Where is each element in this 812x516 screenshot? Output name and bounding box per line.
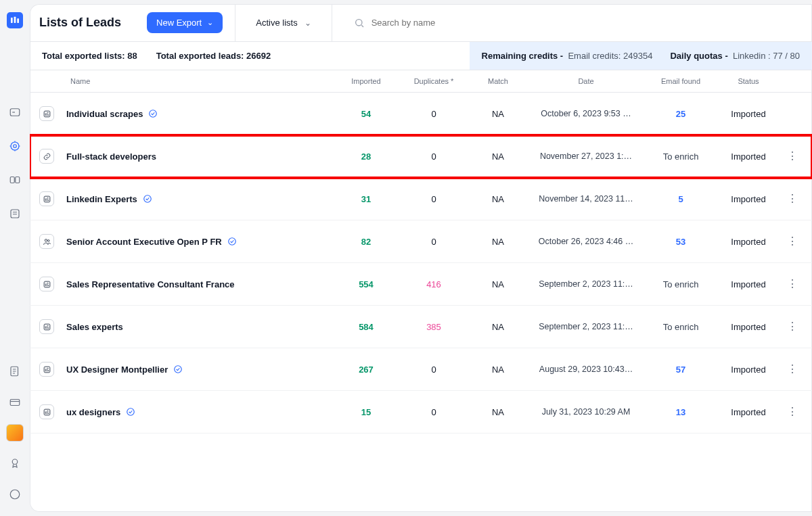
row-duplicates: 416 [397, 279, 471, 289]
svg-point-12 [10, 490, 20, 499]
row-menu-button[interactable]: ⋮ [782, 364, 803, 375]
row-name: Sales Representative Consultant France [66, 279, 336, 289]
row-date: October 26, 2023 4:46 … [525, 237, 647, 246]
source-icon [39, 234, 54, 249]
row-match: NA [471, 151, 525, 162]
nav-target-icon[interactable] [5, 137, 24, 156]
svg-rect-10 [10, 400, 20, 406]
source-icon [39, 404, 54, 419]
source-icon [39, 149, 54, 164]
row-name: Individual scrapes [66, 109, 336, 119]
svg-point-26 [127, 408, 135, 416]
row-imported: 267 [336, 365, 397, 375]
row-email-found: 25 [647, 109, 715, 119]
row-status: Imported [715, 151, 782, 162]
nav-quotas-icon[interactable] [5, 170, 24, 189]
row-menu-button[interactable]: ⋮ [782, 321, 803, 332]
svg-point-15 [150, 110, 157, 118]
user-avatar[interactable] [6, 424, 24, 442]
row-imported: 554 [336, 279, 397, 289]
row-imported: 82 [336, 237, 397, 247]
svg-point-11 [12, 459, 18, 465]
col-name: Name [66, 77, 336, 85]
verified-icon [143, 194, 152, 204]
active-lists-filter[interactable]: Active lists ⌄ [248, 18, 319, 28]
daily-quotas-stat: Daily quotas - Linkedin : 77 / 80 [670, 51, 800, 61]
col-duplicates: Duplicates * [397, 77, 471, 85]
row-imported: 15 [336, 407, 397, 417]
nav-award-icon[interactable] [5, 454, 24, 473]
search-input[interactable] [371, 18, 547, 28]
row-email-found: 53 [647, 237, 715, 247]
row-date: July 31, 2023 10:29 AM [525, 407, 647, 417]
row-name: Linkedin Experts [66, 194, 336, 204]
remaining-credits-stat: Remaining credits - Email credits: 24935… [482, 51, 653, 61]
topbar: Lists of Leads New Export ⌄ Active lists… [30, 4, 812, 42]
row-status: Imported [715, 194, 782, 204]
divider [235, 4, 235, 42]
row-imported: 28 [336, 151, 397, 162]
table-row[interactable]: Linkedin Experts310NANovember 14, 2023 1… [30, 178, 812, 220]
table-row[interactable]: UX Designer Montpellier2670NAAugust 29, … [30, 348, 812, 391]
svg-point-13 [355, 19, 361, 25]
nav-reports-icon[interactable] [5, 362, 24, 381]
row-match: NA [471, 407, 525, 417]
verified-icon [126, 407, 135, 417]
svg-point-24 [175, 366, 182, 373]
row-name: Senior Account Executive Open P FR [66, 237, 336, 247]
row-date: August 29, 2023 10:43… [525, 365, 647, 374]
theme-toggle-icon[interactable] [5, 485, 24, 504]
row-email-found: To enrich [647, 279, 715, 289]
row-date: September 2, 2023 11:… [525, 279, 647, 289]
row-duplicates: 0 [397, 194, 471, 204]
row-status: Imported [715, 237, 782, 247]
divider [332, 4, 332, 42]
table-body: Individual scrapes540NAOctober 6, 2023 9… [30, 93, 812, 433]
row-date: October 6, 2023 9:53 … [525, 109, 647, 118]
page-title: Lists of Leads [39, 16, 121, 30]
table-row[interactable]: Sales Representative Consultant France55… [30, 263, 812, 306]
svg-point-4 [11, 142, 19, 150]
row-menu-button[interactable]: ⋮ [782, 279, 803, 289]
row-email-found: 57 [647, 365, 715, 375]
table-row[interactable]: Senior Account Executive Open P FR820NAO… [30, 220, 812, 263]
active-lists-label: Active lists [256, 18, 297, 28]
row-menu-button[interactable]: ⋮ [782, 236, 803, 247]
search-icon [354, 18, 365, 28]
total-leads-stat: Total exported leads: 26692 [156, 51, 271, 61]
chevron-down-icon: ⌄ [304, 18, 311, 28]
row-name: Sales experts [66, 322, 336, 332]
row-match: NA [471, 109, 525, 119]
row-menu-button[interactable]: ⋮ [782, 406, 803, 417]
table-row[interactable]: Sales experts584385NASeptember 2, 2023 1… [30, 306, 812, 348]
row-email-found: 13 [647, 407, 715, 417]
chevron-down-icon: ⌄ [207, 18, 213, 27]
row-name: UX Designer Montpellier [66, 365, 336, 375]
row-imported: 31 [336, 194, 397, 204]
row-email-found: 5 [647, 194, 715, 204]
source-icon [39, 319, 54, 334]
row-menu-button[interactable]: ⋮ [782, 151, 803, 162]
table-row[interactable]: ux designers150NAJuly 31, 2023 10:29 AM1… [30, 391, 812, 433]
search-wrap [344, 18, 803, 28]
nav-inbox-icon[interactable] [5, 103, 24, 122]
table-row[interactable]: Full-stack developers280NANovember 27, 2… [30, 135, 812, 178]
col-imported: Imported [336, 77, 397, 85]
verified-icon [227, 237, 237, 246]
new-export-button[interactable]: New Export ⌄ [147, 12, 223, 33]
nav-lists-icon[interactable] [5, 204, 24, 223]
main-panel: Lists of Leads New Export ⌄ Active lists… [30, 4, 812, 512]
table-row[interactable]: Individual scrapes540NAOctober 6, 2023 9… [30, 93, 812, 135]
row-duplicates: 0 [397, 407, 471, 417]
source-icon [39, 362, 54, 377]
col-status: Status [715, 77, 782, 85]
svg-point-18 [45, 239, 47, 241]
col-date: Date [525, 77, 647, 85]
app-logo[interactable] [7, 12, 23, 28]
table-header: Name Imported Duplicates * Match Date Em… [30, 70, 812, 93]
col-email-found: Email found [647, 77, 715, 85]
row-imported: 584 [336, 322, 397, 332]
nav-billing-icon[interactable] [5, 393, 24, 412]
row-match: NA [471, 194, 525, 204]
row-menu-button[interactable]: ⋮ [782, 193, 803, 204]
